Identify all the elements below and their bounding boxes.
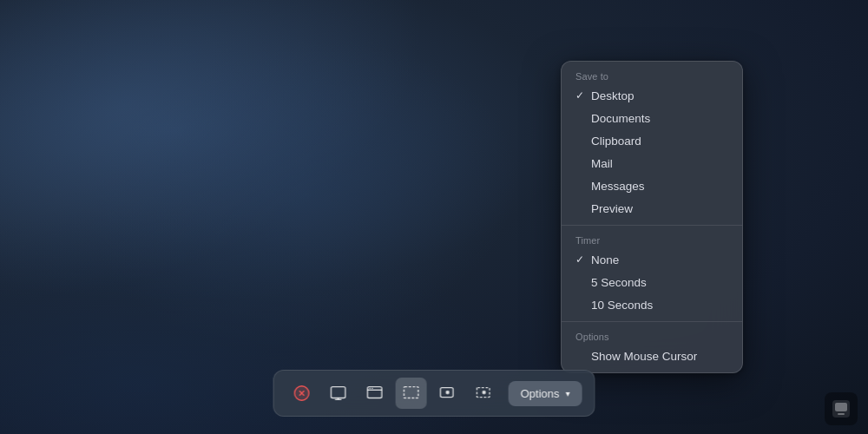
svg-point-16 xyxy=(483,391,485,393)
options-section-title: Options xyxy=(562,327,742,345)
svg-rect-18 xyxy=(835,403,847,411)
menu-item-mail[interactable]: Mail xyxy=(562,152,742,174)
checkmark-10sec xyxy=(575,299,591,311)
desktop-label: Desktop xyxy=(591,89,728,102)
checkmark-5sec xyxy=(575,276,591,288)
window-icon xyxy=(365,384,385,403)
watermark-icon xyxy=(829,397,853,421)
selection-icon xyxy=(402,384,421,403)
5seconds-label: 5 Seconds xyxy=(591,276,728,289)
preview-label: Preview xyxy=(591,202,728,215)
checkmark-preview xyxy=(575,202,591,214)
svg-rect-10 xyxy=(404,387,418,398)
svg-point-8 xyxy=(369,388,370,389)
selection-record-button[interactable] xyxy=(469,378,500,409)
documents-label: Documents xyxy=(591,112,728,125)
menu-item-clipboard[interactable]: Clipboard xyxy=(562,129,742,152)
options-dropdown: Save to ✓ Desktop Documents Clipboard Ma… xyxy=(561,61,743,373)
timer-title: Timer xyxy=(562,231,742,248)
options-button-label: Options xyxy=(521,387,560,400)
screen-record-icon xyxy=(438,384,457,403)
options-dropdown-button[interactable]: Options ▾ xyxy=(509,381,582,406)
saveto-title: Save to xyxy=(562,67,742,84)
fullscreen-icon xyxy=(329,384,348,403)
options-section: Options Show Mouse Cursor xyxy=(562,321,742,372)
messages-label: Messages xyxy=(591,180,728,193)
checkmark-clipboard xyxy=(575,135,591,147)
menu-item-10seconds[interactable]: 10 Seconds xyxy=(562,293,742,316)
clipboard-label: Clipboard xyxy=(591,135,728,148)
menu-item-desktop[interactable]: ✓ Desktop xyxy=(562,84,742,107)
svg-rect-19 xyxy=(838,413,845,415)
menu-item-none[interactable]: ✓ None xyxy=(562,248,742,271)
svg-point-13 xyxy=(447,391,449,393)
checkmark-documents xyxy=(575,112,591,124)
menu-item-preview[interactable]: Preview xyxy=(562,197,742,220)
selection-record-icon xyxy=(475,384,494,403)
menu-item-show-cursor[interactable]: Show Mouse Cursor xyxy=(562,345,742,367)
screenshot-toolbar: Options ▾ xyxy=(273,370,595,417)
chevron-down-icon: ▾ xyxy=(565,389,569,398)
watermark xyxy=(825,392,858,425)
close-button[interactable] xyxy=(286,378,318,409)
close-icon xyxy=(293,384,312,403)
checkmark-cursor xyxy=(575,350,591,362)
10seconds-label: 10 Seconds xyxy=(591,299,728,312)
checkmark-desktop: ✓ xyxy=(575,89,591,102)
checkmark-mail xyxy=(575,157,591,169)
mail-label: Mail xyxy=(591,157,728,170)
menu-item-5seconds[interactable]: 5 Seconds xyxy=(562,271,742,293)
checkmark-none: ✓ xyxy=(575,253,591,266)
capture-window-button[interactable] xyxy=(359,378,391,409)
checkmark-messages xyxy=(575,180,591,192)
show-cursor-label: Show Mouse Cursor xyxy=(591,350,728,363)
screen-record-button[interactable] xyxy=(432,378,464,409)
none-label: None xyxy=(591,253,728,266)
saveto-section: Save to ✓ Desktop Documents Clipboard Ma… xyxy=(562,62,742,225)
menu-item-messages[interactable]: Messages xyxy=(562,174,742,197)
capture-selection-button[interactable] xyxy=(396,378,427,409)
capture-fullscreen-button[interactable] xyxy=(323,378,354,409)
svg-point-9 xyxy=(372,388,372,389)
svg-rect-3 xyxy=(331,387,345,398)
timer-section: Timer ✓ None 5 Seconds 10 Seconds xyxy=(562,225,742,321)
menu-item-documents[interactable]: Documents xyxy=(562,107,742,129)
watermark-logo xyxy=(825,392,858,425)
